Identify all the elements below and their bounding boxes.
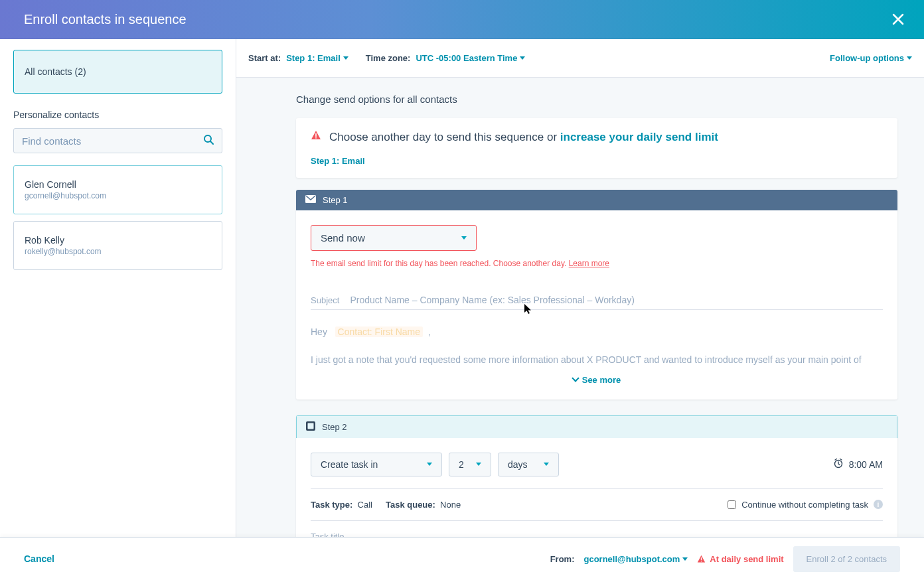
step2-label: Step 2 (322, 422, 347, 432)
contact-email: rokelly@hubspot.com (25, 247, 211, 256)
cancel-button[interactable]: Cancel (24, 553, 54, 564)
step1-label: Step 1 (323, 195, 348, 205)
increase-limit-link[interactable]: increase your daily send limit (560, 131, 718, 143)
subtitle: Change send options for all contacts (296, 94, 897, 105)
personalize-heading: Personalize contacts (13, 109, 222, 120)
enroll-button[interactable]: Enroll 2 of 2 contacts (793, 546, 900, 572)
content-panel: Start at: Step 1: Email Time zone: UTC -… (236, 39, 924, 537)
task-queue-label: Task queue: (386, 500, 435, 510)
step1-card: Step 1 Send now The email send limit for… (296, 190, 897, 399)
error-text: The email send limit for this day has be… (311, 259, 569, 268)
see-more-toggle[interactable]: See more (311, 375, 883, 385)
warning-card: Choose another day to send this sequence… (296, 118, 897, 178)
step2-card: Step 2 Create task in 2 (296, 415, 897, 537)
contact-email: gcornell@hubspot.com (25, 191, 211, 200)
close-icon[interactable] (888, 9, 908, 29)
start-at-select[interactable]: Step 1: Email (286, 53, 348, 63)
svg-rect-9 (701, 560, 702, 561)
continue-label: Continue without completing task (741, 500, 868, 510)
all-contacts-tab[interactable]: All contacts (2) (13, 50, 222, 94)
svg-rect-3 (315, 137, 317, 139)
search-icon[interactable] (203, 134, 214, 147)
task-icon (306, 421, 315, 433)
warning-step-link[interactable]: Step 1: Email (311, 156, 883, 166)
task-title-placeholder[interactable]: Task title (311, 520, 883, 537)
contact-name: Rob Kelly (25, 235, 211, 246)
create-task-select[interactable]: Create task in (311, 453, 442, 476)
svg-rect-8 (701, 557, 702, 560)
svg-rect-6 (308, 423, 314, 429)
continue-checkbox[interactable] (728, 500, 736, 509)
caret-down-icon (427, 463, 432, 466)
options-toolbar: Start at: Step 1: Email Time zone: UTC -… (236, 39, 924, 78)
caret-down-icon (520, 56, 525, 60)
task-delay-unit[interactable]: days (498, 453, 559, 476)
task-delay-number[interactable]: 2 (449, 453, 491, 476)
email-body-preview: Hey Contact: First Name , I just got a n… (311, 310, 883, 368)
contact-card[interactable]: Glen Cornell gcornell@hubspot.com (13, 165, 222, 214)
svg-rect-2 (315, 133, 317, 137)
caret-down-icon (476, 463, 481, 466)
timezone-select[interactable]: UTC -05:00 Eastern Time (416, 53, 525, 63)
merge-token: Contact: First Name (335, 326, 423, 337)
caret-down-icon (682, 557, 688, 561)
caret-down-icon (461, 236, 467, 240)
caret-down-icon (544, 463, 549, 466)
search-box[interactable] (13, 128, 222, 153)
sidebar: All contacts (2) Personalize contacts Gl… (0, 39, 236, 537)
timezone-label: Time zone: (366, 53, 411, 63)
step1-header: Step 1 (296, 190, 897, 210)
modal-header: Enroll contacts in sequence (0, 0, 924, 39)
send-limit-warning: At daily send limit (697, 554, 783, 564)
modal-title: Enroll contacts in sequence (24, 12, 187, 27)
search-input[interactable] (22, 135, 203, 147)
from-email-select[interactable]: gcornell@hubspot.com (583, 554, 688, 564)
info-icon[interactable]: i (874, 500, 883, 509)
warning-text: Choose another day to send this sequence… (329, 131, 560, 143)
chevron-down-icon (572, 374, 579, 382)
task-type-label: Task type: (311, 500, 352, 510)
step2-header: Step 2 (296, 415, 897, 438)
task-type-value: Call (358, 500, 372, 510)
send-time-select[interactable]: Send now (311, 225, 477, 251)
task-time[interactable]: 8:00 AM (833, 458, 883, 471)
footer-bar: Cancel From: gcornell@hubspot.com At dai… (0, 537, 924, 580)
task-queue-value: None (440, 500, 461, 510)
from-label: From: (550, 554, 575, 564)
start-at-label: Start at: (248, 53, 281, 63)
followup-options[interactable]: Follow-up options (830, 53, 912, 63)
warning-icon (311, 130, 321, 144)
all-contacts-label: All contacts (2) (25, 66, 86, 77)
subject-label: Subject (311, 295, 339, 305)
contact-card[interactable]: Rob Kelly rokelly@hubspot.com (13, 221, 222, 270)
contact-name: Glen Cornell (25, 179, 211, 190)
subject-value: Product Name – Company Name (ex: Sales P… (350, 295, 634, 305)
email-icon (305, 195, 316, 205)
caret-down-icon (907, 56, 912, 60)
svg-line-1 (210, 141, 213, 144)
clock-icon (833, 458, 844, 471)
caret-down-icon (343, 56, 348, 60)
learn-more-link[interactable]: Learn more (569, 259, 609, 268)
